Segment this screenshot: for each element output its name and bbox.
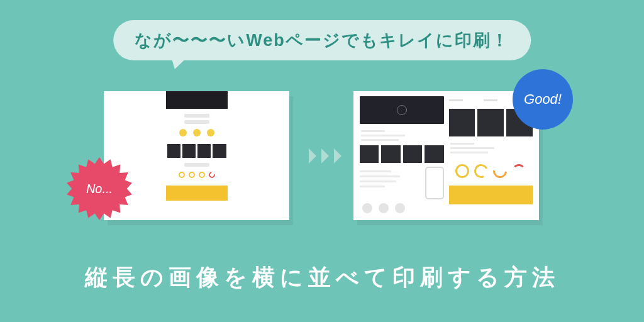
badge-no-label: No... — [86, 182, 113, 196]
mock-tile — [403, 145, 422, 164]
chevron-right-icon — [308, 148, 318, 164]
mock-nav-item — [484, 99, 497, 101]
mock-ring-row — [166, 169, 228, 180]
mock-spacer — [166, 158, 228, 163]
longpage-mock — [166, 91, 228, 201]
mock-spacer — [166, 109, 228, 114]
mock-phone-row — [360, 167, 444, 199]
mock-dot — [179, 129, 187, 136]
mock-text-line — [184, 120, 209, 124]
mock-tile — [381, 145, 400, 164]
mock-tile — [182, 144, 196, 158]
mock-spacer — [166, 180, 228, 186]
mock-text-line — [184, 163, 209, 167]
mock-avatar-row — [360, 203, 444, 215]
mock-tile — [425, 145, 443, 164]
mock-nav-item — [449, 99, 463, 101]
mock-ring — [179, 172, 185, 178]
mock-feature-dots — [166, 126, 228, 139]
mock-footer-yellow — [166, 186, 228, 201]
mock-ring — [199, 172, 205, 178]
mock-progress-rings — [449, 160, 533, 182]
mock-text-block — [360, 167, 421, 199]
mock-column-left — [360, 96, 444, 215]
mock-footer-yellow — [449, 186, 533, 204]
progress-ring-icon — [491, 162, 510, 181]
mock-ring — [208, 170, 216, 179]
mock-tile — [360, 145, 379, 164]
mock-tile — [197, 144, 211, 158]
mock-spacer — [166, 139, 228, 144]
progress-ring-icon — [512, 164, 526, 178]
progress-ring-icon — [472, 162, 490, 180]
mock-tile — [167, 144, 180, 158]
mock-dark-tiles — [360, 145, 444, 164]
mock-ring — [189, 172, 195, 178]
mock-tile — [477, 109, 504, 136]
badge-good-label: Good! — [524, 91, 562, 108]
mock-avatar — [362, 203, 372, 213]
progress-ring-icon — [455, 164, 469, 178]
mock-tile — [213, 144, 226, 158]
mock-text-block — [360, 128, 444, 142]
badge-no: No... — [67, 156, 132, 221]
mock-avatar — [395, 203, 405, 213]
mock-dot — [193, 129, 201, 136]
chevron-right-icon — [333, 148, 343, 164]
mock-dark-tiles — [166, 144, 228, 158]
speech-bubble: なが〜〜〜いWebページでもキレイに印刷！ — [113, 20, 531, 60]
mock-text-line — [184, 114, 209, 118]
mock-hero-dark — [360, 96, 444, 124]
twocol-layout-mock — [353, 91, 539, 220]
badge-good: Good! — [513, 69, 573, 130]
example-panel-good — [353, 91, 539, 220]
mock-hero-dark — [166, 91, 228, 109]
chevron-right-icon — [320, 148, 330, 164]
arrow-sequence-icon — [308, 148, 343, 164]
mock-text-block — [449, 140, 533, 157]
phone-outline-icon — [425, 167, 444, 199]
mock-avatar — [379, 203, 389, 213]
page-title: 縦長の画像を横に並べて印刷する方法 — [0, 262, 644, 293]
speech-bubble-text: なが〜〜〜いWebページでもキレイに印刷！ — [135, 31, 509, 50]
mock-dot — [207, 129, 214, 136]
mock-tile — [449, 109, 475, 136]
